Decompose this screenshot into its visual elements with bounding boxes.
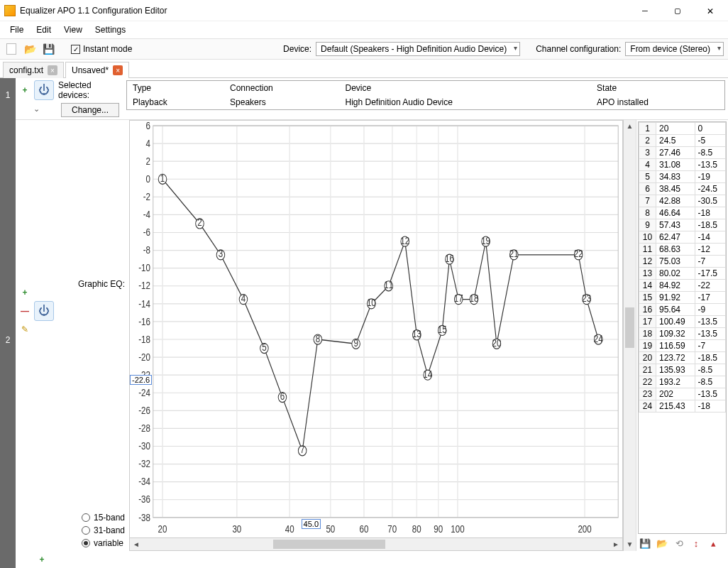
maximize-button[interactable]: ▢ [661,0,694,21]
row-number-1: 1 [0,78,16,112]
svg-text:20: 20 [158,523,167,535]
scroll-down-icon[interactable]: ▼ [624,538,636,551]
normalize-eq-icon[interactable]: ▴ [706,537,720,550]
svg-text:14: 14 [423,368,432,380]
close-tab-icon[interactable]: × [48,65,57,75]
svg-text:200: 200 [578,523,591,535]
table-row[interactable]: 957.43-18.5 [639,219,726,231]
svg-text:4: 4 [145,138,150,149]
expand-icon[interactable]: ⌄ [33,104,40,114]
table-row[interactable]: 18109.32-13.5 [639,328,726,340]
tab-unsaved[interactable]: Unsaved* × [65,62,129,78]
device-table: Type Connection Device State Playback Sp… [126,80,725,110]
edit-icon[interactable]: ✎ [18,324,31,335]
h-scrollbar[interactable]: ◄ ► [130,537,622,550]
table-row[interactable]: 21135.93-8.5 [639,364,726,376]
svg-text:-30: -30 [138,440,150,452]
close-button[interactable]: ✕ [694,0,727,21]
power-toggle[interactable]: ⏻ [34,301,54,321]
svg-text:21: 21 [509,248,519,259]
remove-icon[interactable]: — [18,305,31,317]
table-row[interactable]: 1168.63-12 [639,244,726,256]
table-row[interactable]: Playback Speakers High Definition Audio … [127,95,724,109]
add-filter-icon[interactable]: + [35,554,48,565]
save-file-button[interactable]: 💾 [41,42,55,56]
svg-text:-24: -24 [138,387,150,398]
scroll-up-icon[interactable]: ▲ [624,120,636,133]
menu-file[interactable]: File [4,23,29,37]
v-scrollbar[interactable]: ▲ ▼ [623,120,636,551]
eq-chart[interactable]: 6420-2-4-6-8-10-12-14-16-18-20-22-24-26-… [129,120,623,551]
table-row[interactable]: 431.08-13.5 [639,159,726,171]
save-eq-icon[interactable]: 💾 [638,537,652,550]
menu-edit[interactable]: Edit [31,23,57,37]
table-row[interactable]: 1380.02-17.5 [639,268,726,280]
menu-view[interactable]: View [58,23,88,37]
band-mode-radio-group: 15-band 31-band variable [82,513,125,548]
import-eq-icon[interactable]: 📂 [655,537,669,550]
table-row[interactable]: 1591.92-17 [639,292,726,304]
tab-strip: config.txt × Unsaved* × [0,60,728,78]
new-file-button[interactable] [4,42,18,56]
svg-text:18: 18 [470,293,479,304]
table-row[interactable]: 20123.72-18.5 [639,352,726,364]
menu-bar: File Edit View Settings [0,21,728,38]
svg-text:100: 100 [451,523,464,535]
radio-31-band[interactable]: 31-band [82,525,125,535]
reset-eq-icon[interactable]: ⟲ [672,537,686,550]
svg-text:7: 7 [300,444,304,455]
table-row[interactable]: 23202-13.5 [639,388,726,400]
selected-devices-label: Selected devices: [58,80,122,100]
channel-config-combo[interactable]: From device (Stereo) [625,42,724,56]
power-toggle[interactable]: ⏻ [34,80,54,100]
eq-data-table[interactable]: 1200224.5-5327.46-8.5431.08-13.5534.83-1… [638,121,727,534]
svg-text:5: 5 [262,342,266,353]
device-combo[interactable]: Default (Speakers - High Definition Audi… [316,42,520,56]
svg-text:-28: -28 [138,422,150,434]
svg-text:23: 23 [582,293,591,304]
table-row[interactable]: 638.45-24.5 [639,183,726,195]
tab-config[interactable]: config.txt × [3,62,64,78]
eq-data-panel: 1200224.5-5327.46-8.5431.08-13.5534.83-1… [636,120,728,551]
svg-text:12: 12 [400,234,409,246]
svg-text:15: 15 [438,324,447,335]
table-row[interactable]: 17100.49-13.5 [639,316,726,328]
svg-text:40: 40 [285,523,294,535]
menu-settings[interactable]: Settings [89,23,131,37]
svg-text:-32: -32 [138,458,150,469]
table-row[interactable]: 327.46-8.5 [639,147,726,159]
table-row[interactable]: 1062.47-14 [639,231,726,244]
table-row[interactable]: 846.64-18 [639,207,726,219]
invert-eq-icon[interactable]: ↕ [689,537,703,550]
svg-text:90: 90 [434,523,443,535]
instant-mode-checkbox[interactable]: ✓ Instant mode [71,44,132,54]
add-icon[interactable]: + [18,287,31,298]
minimize-button[interactable]: — [629,0,661,21]
table-row[interactable]: 1695.64-9 [639,304,726,316]
table-row[interactable]: 224.5-5 [639,135,726,147]
radio-variable[interactable]: variable [82,538,125,548]
svg-text:17: 17 [454,293,463,304]
table-row[interactable]: 24215.43-18 [639,400,726,413]
table-row[interactable]: 22193.2-8.5 [639,376,726,388]
table-row[interactable]: 1484.92-22 [639,280,726,292]
radio-15-band[interactable]: 15-band [82,513,125,523]
table-row[interactable]: 1275.03-7 [639,256,726,268]
table-row[interactable]: 1200 [639,123,726,135]
table-row[interactable]: 534.83-19 [639,171,726,183]
close-tab-icon[interactable]: × [113,65,123,75]
svg-text:50: 50 [326,523,335,535]
toolbar: 📂 💾 ✓ Instant mode Device: Default (Spea… [0,38,728,60]
svg-text:1: 1 [160,173,165,184]
scroll-right-icon[interactable]: ► [610,540,622,548]
scroll-left-icon[interactable]: ◄ [130,540,143,548]
svg-text:10: 10 [367,297,376,308]
open-file-button[interactable]: 📂 [23,42,37,56]
table-row[interactable]: 742.88-30.5 [639,195,726,207]
table-row[interactable]: 19116.59-7 [639,340,726,352]
change-button[interactable]: Change... [61,103,119,117]
svg-text:24: 24 [594,332,603,344]
add-icon[interactable]: + [18,84,31,96]
svg-text:4: 4 [241,293,246,304]
svg-text:-4: -4 [143,209,150,220]
